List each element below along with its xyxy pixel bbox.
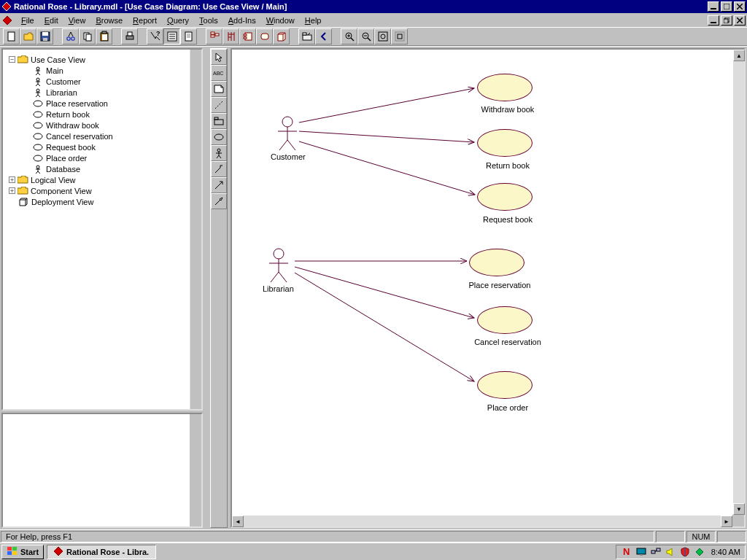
system-tray[interactable]: N 8:40 AM [616, 545, 746, 559]
actor-tool[interactable] [211, 145, 227, 161]
expand-icon[interactable]: + [9, 187, 15, 194]
association-tool[interactable] [211, 161, 227, 177]
scroll-down-icon[interactable]: ▼ [733, 503, 745, 515]
print-button[interactable] [121, 28, 138, 44]
tray-shield-icon[interactable] [679, 546, 691, 558]
mdi-close-button[interactable] [734, 15, 746, 26]
cut-button[interactable] [62, 28, 79, 44]
tray-n-icon[interactable]: N [621, 546, 632, 558]
mdi-restore-button[interactable] [721, 15, 732, 26]
tree-use-case-view[interactable]: − Use Case View [9, 54, 198, 65]
doc-button[interactable] [180, 28, 197, 44]
browse-tree-button[interactable] [163, 28, 180, 44]
mdi-minimize-button[interactable] [708, 15, 719, 26]
canvas-vertical-scrollbar[interactable]: ▲ ▼ [732, 50, 744, 515]
browse-class-button[interactable] [206, 28, 222, 44]
open-button[interactable] [20, 28, 36, 44]
usecase-tool[interactable] [211, 129, 227, 145]
fit-window-button[interactable] [374, 28, 391, 44]
tray-network-icon[interactable] [650, 546, 662, 558]
browse-parent-button[interactable] [298, 28, 315, 44]
anchor-line-tool[interactable] [211, 97, 227, 113]
tray-speaker-icon[interactable] [665, 546, 676, 558]
actor-librarian[interactable] [268, 248, 290, 283]
tree-item[interactable]: Customer [9, 76, 198, 87]
note-tool[interactable] [211, 81, 227, 97]
browse-component-button[interactable] [239, 28, 256, 44]
browse-state-button[interactable] [256, 28, 273, 44]
documentation-pane[interactable] [1, 413, 203, 528]
tree-item[interactable]: Place reservation [9, 98, 198, 109]
context-help-button[interactable]: ? [147, 28, 163, 44]
diagram-canvas[interactable]: Customer Librarian Withdraw bookReturn b… [232, 50, 732, 515]
usecase-cancel-reservation[interactable] [477, 306, 533, 334]
new-button[interactable] [3, 28, 20, 44]
menu-addins[interactable]: Add-Ins [223, 15, 261, 26]
menu-query[interactable]: Query [162, 15, 194, 26]
dependency-tool[interactable] [211, 177, 227, 193]
scroll-right-icon[interactable]: ► [721, 516, 732, 527]
generalization-tool[interactable] [211, 193, 227, 209]
undo-fit-button[interactable] [391, 28, 408, 44]
usecase-return-book[interactable] [477, 129, 533, 157]
menu-view[interactable]: View [63, 15, 91, 26]
maximize-button[interactable] [721, 1, 732, 12]
browse-interaction-button[interactable] [222, 28, 239, 44]
tree-item[interactable]: Place order [9, 152, 198, 163]
tree-item[interactable]: Return book [9, 109, 198, 120]
svg-point-95 [214, 134, 223, 140]
zoom-in-button[interactable] [341, 28, 357, 44]
menu-edit[interactable]: Edit [39, 15, 63, 26]
close-button[interactable] [734, 1, 746, 12]
usecase-place-order[interactable] [477, 371, 533, 399]
menu-browse[interactable]: Browse [90, 15, 128, 26]
tree-component-view[interactable]: +Component View [9, 185, 198, 196]
browse-prev-button[interactable] [315, 28, 332, 44]
app-icon [1, 1, 12, 12]
tree-item[interactable]: Database [9, 163, 198, 174]
collapse-icon[interactable]: − [9, 56, 15, 63]
usecase-place-reservation[interactable] [469, 249, 525, 276]
start-button[interactable]: Start [1, 545, 44, 559]
menu-tools[interactable]: Tools [194, 15, 223, 26]
tree-label: Deployment View [31, 198, 93, 206]
svg-rect-35 [215, 34, 219, 36]
usecase-request-book[interactable] [477, 183, 533, 211]
package-tool[interactable] [211, 113, 227, 129]
svg-line-101 [215, 168, 220, 173]
scroll-up-icon[interactable]: ▲ [733, 50, 745, 61]
tree-item[interactable]: Withdraw book [9, 120, 198, 131]
status-hint: For Help, press F1 [1, 531, 654, 542]
tree-item[interactable]: Cancel reservation [9, 131, 198, 141]
expand-icon[interactable]: + [9, 176, 15, 183]
scroll-left-icon[interactable]: ◄ [232, 516, 244, 527]
actor-customer[interactable] [276, 116, 298, 151]
menu-report[interactable]: Report [128, 15, 162, 26]
notes-scrollbar[interactable] [190, 414, 201, 526]
svg-rect-129 [657, 548, 660, 551]
usecase-withdraw-book[interactable] [477, 74, 533, 101]
text-tool[interactable]: ABC [211, 65, 227, 81]
taskbar-app-button[interactable]: Rational Rose - Libra... [47, 545, 156, 559]
svg-line-100 [219, 155, 221, 158]
canvas-horizontal-scrollbar[interactable]: ◄ ► [232, 515, 732, 526]
tree-item[interactable]: Request book [9, 141, 198, 152]
pointer-tool[interactable] [211, 49, 227, 65]
tree-item[interactable]: Librarian [9, 87, 198, 98]
tree-logical-view[interactable]: +Logical View [9, 174, 198, 185]
paste-button[interactable] [96, 28, 112, 44]
tray-monitor-icon[interactable] [635, 546, 647, 558]
zoom-out-button[interactable] [357, 28, 374, 44]
menu-help[interactable]: Help [300, 15, 327, 26]
browse-deployment-button[interactable] [273, 28, 290, 44]
tree-item[interactable]: Main [9, 65, 198, 76]
minimize-button[interactable] [708, 1, 719, 12]
menu-window[interactable]: Window [261, 15, 300, 26]
tree-scrollbar[interactable] [190, 50, 201, 409]
browser-tree[interactable]: − Use Case View Main Customer Librarian … [1, 48, 203, 411]
copy-button[interactable] [79, 28, 96, 44]
save-button[interactable] [36, 28, 53, 44]
tray-diamond-icon[interactable] [694, 546, 705, 558]
tree-deployment-view[interactable]: Deployment View [9, 196, 198, 207]
menu-file[interactable]: File [16, 15, 39, 26]
